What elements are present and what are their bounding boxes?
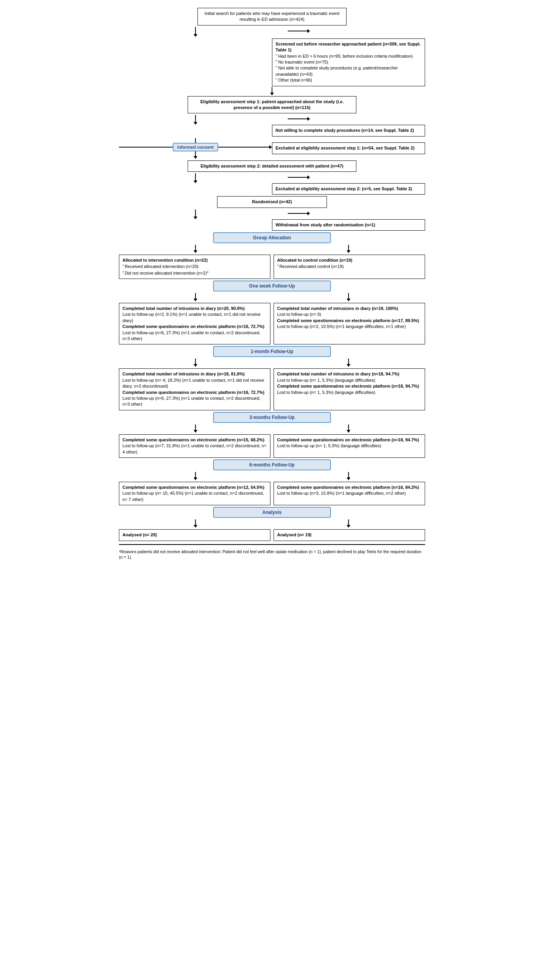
group-allocation-text: Group Allocation [253, 235, 291, 240]
flowchart: Initial search for patients who may have… [119, 8, 425, 560]
randomised-box: Randomised (n=42) [217, 196, 327, 208]
eligibility2-text: Eligibility assessment step 2: detailed … [201, 164, 343, 168]
six-month-followup-text: 6-months Follow-Up [249, 462, 294, 468]
six-month-left-title: Completed some questionnaires on electro… [122, 485, 267, 490]
one-month-left-sub3: Lost to follow-up (n=6, 27.3%) (n=1 unab… [122, 395, 267, 408]
screened-out-title: Screened out before researcher approache… [276, 41, 422, 53]
analysis-banner: Analysis [213, 507, 331, 518]
one-month-left-box: Completed total number of intrusions in … [119, 368, 270, 410]
one-month-right-box: Completed total number of intrusions in … [274, 368, 425, 410]
three-month-left-box: Completed some questionnaires on electro… [119, 434, 270, 458]
one-week-followup-banner: One week Follow-Up [213, 281, 331, 291]
three-month-left-sub1: Lost to follow-up (n=7, 31.8%) (n=1 unab… [122, 443, 267, 455]
one-week-left-title: Completed total number of intrusions in … [122, 306, 267, 311]
six-month-right-box: Completed some questionnaires on electro… [274, 482, 425, 505]
one-week-left-sub1: Lost to follow-up (n=2, 9.1%) (n=1 unabl… [122, 311, 267, 324]
one-month-right-sub2: Completed some questionnaires on electro… [277, 383, 422, 389]
three-month-followup-banner: 3-months Follow-Up [213, 412, 331, 423]
analysed-left-text: Analysed (n= 20) [122, 532, 267, 538]
screened-out-bullet-4: ˜Other (total n=96) [276, 77, 422, 83]
one-month-followup-banner: 1-month Follow-Up [213, 346, 331, 357]
initial-search-text: Initial search for patients who may have… [204, 11, 340, 22]
initial-search-box: Initial search for patients who may have… [197, 8, 347, 26]
one-week-right-box: Completed total number of intrusions in … [274, 303, 425, 344]
eligibility1-box: Eligibility assessment step 1: patient a… [188, 96, 356, 114]
six-month-right-sub1: Lost to follow-up (n=3, 15.8%) (n=1 lang… [277, 490, 422, 496]
excluded-step2-text: Excluded at eligibility assessment step … [276, 186, 412, 191]
one-month-right-title: Completed total number of intrusions in … [277, 371, 422, 377]
one-week-right-title: Completed total number of intrusions in … [277, 306, 422, 311]
informed-consent-badge: Informed consent [173, 143, 218, 151]
randomised-text: Randomised (n=42) [252, 199, 292, 204]
one-week-followup-text: One week Follow-Up [249, 283, 295, 289]
one-week-right-sub3: Lost to follow-up (n=2, 10.5%) (n=1 lang… [277, 324, 422, 330]
screened-out-box: Screened out before researcher approache… [272, 38, 425, 86]
one-week-right-sub2: Completed some questionnaires on electro… [277, 318, 422, 324]
six-month-left-sub1: Lost to follow-up (n= 10, 45.5%) (n=1 un… [122, 490, 267, 503]
allocated-intervention-sub1: ˜Received allocated intervention (n=20) [122, 264, 267, 270]
eligibility1-text: Eligibility assessment step 1: patient a… [201, 99, 344, 110]
screened-out-bullet-1: ˜Had been in ED > 6 hours (n=95; before … [276, 53, 422, 59]
footnote-text: ¹Reasons patients did not receive alloca… [119, 549, 422, 560]
allocated-control-title: Allocated to control condition (n=19) [277, 257, 422, 263]
analysed-right-text: Analysed (n= 19) [277, 532, 422, 538]
one-month-left-sub1: Lost to follow-up (n= 4, 18.2%) (n=1 una… [122, 377, 267, 390]
one-month-left-sub2: Completed some questionnaires on electro… [122, 390, 267, 395]
allocated-control-sub1: ˜Received allocated control (n=19) [277, 264, 422, 270]
one-month-right-sub3: Lost to follow-up (n= 1, 5.3%) (language… [277, 390, 422, 395]
allocated-intervention-sub2: ˜Did not receive allocated intervention … [122, 270, 267, 276]
one-month-right-sub1: Lost to follow-up (n= 1, 5.3%) (language… [277, 377, 422, 383]
three-month-right-title: Completed some questionnaires on electro… [277, 437, 422, 443]
three-month-right-sub1: Lost to follow-up up (n= 1, 5.3%) (langu… [277, 443, 422, 449]
footnote: ¹Reasons patients did not receive alloca… [119, 549, 425, 560]
allocated-intervention-title: Allocated to intervention condition (n=2… [122, 257, 267, 263]
excluded-step1-box: Excluded at eligibility assessment step … [272, 142, 425, 154]
analysis-text: Analysis [262, 510, 281, 515]
allocated-control-box: Allocated to control condition (n=19) ˜R… [274, 255, 425, 279]
three-month-followup-text: 3-months Follow-Up [249, 415, 294, 420]
withdrawal-text: Withdrawal from study after randomisatio… [276, 222, 375, 227]
six-month-followup-banner: 6-months Follow-Up [213, 459, 331, 470]
excluded-step2-box: Excluded at eligibility assessment step … [272, 183, 425, 195]
not-willing-box: Not willing to complete study procedures… [272, 125, 425, 136]
one-week-left-sub3: Lost to follow-up (n=6, 27.3%) (n=1 unab… [122, 330, 267, 342]
screened-out-bullet-3: ˜Not able to complete study procedures (… [276, 65, 422, 77]
six-month-left-box: Completed some questionnaires on electro… [119, 482, 270, 505]
analysed-right-box: Analysed (n= 19) [274, 529, 425, 541]
informed-consent-text: Informed consent [177, 145, 214, 149]
one-week-right-sub1: Lost to follow-up (n= 0) [277, 311, 422, 317]
one-month-left-title: Completed total number of intrusions in … [122, 371, 267, 377]
three-month-right-box: Completed some questionnaires on electro… [274, 434, 425, 458]
analysed-left-box: Analysed (n= 20) [119, 529, 270, 541]
one-month-followup-text: 1-month Follow-Up [251, 349, 294, 354]
one-week-left-box: Completed total number of intrusions in … [119, 303, 270, 344]
six-month-right-title: Completed some questionnaires on electro… [277, 485, 422, 490]
one-week-left-sub2: Completed some questionnaires on electro… [122, 324, 267, 330]
withdrawal-box: Withdrawal from study after randomisatio… [272, 219, 425, 231]
eligibility2-box: Eligibility assessment step 2: detailed … [188, 160, 356, 172]
three-month-left-title: Completed some questionnaires on electro… [122, 437, 267, 443]
screened-out-bullet-2: ˜No traumatic event (n=75) [276, 59, 422, 65]
excluded-step1-text: Excluded at eligibility assessment step … [276, 146, 414, 150]
not-willing-text: Not willing to complete study procedures… [276, 128, 414, 133]
allocated-intervention-box: Allocated to intervention condition (n=2… [119, 255, 270, 279]
group-allocation-banner: Group Allocation [213, 232, 331, 243]
